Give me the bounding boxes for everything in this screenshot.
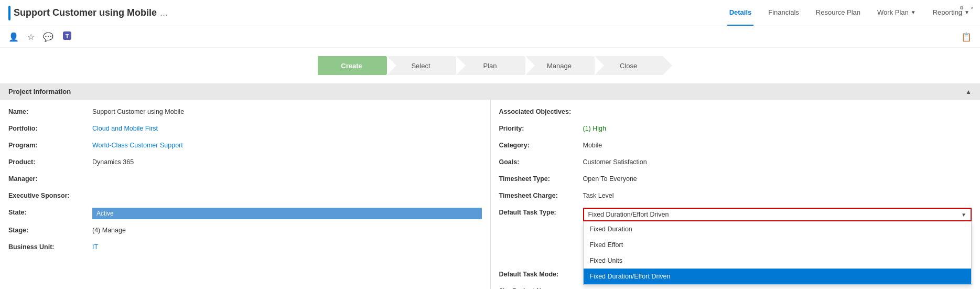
value-category: Mobile	[583, 141, 972, 149]
field-manager: Manager:	[8, 171, 482, 188]
restore-button[interactable]: ⧉	[958, 4, 965, 12]
label-goals: Goals:	[499, 157, 583, 166]
field-stage: Stage: (4) Manage	[8, 222, 482, 239]
favorite-icon[interactable]: ☆	[27, 32, 35, 42]
stage-close[interactable]: Close	[595, 56, 663, 75]
value-manager	[92, 174, 482, 175]
value-timesheet-type: Open To Everyone	[583, 174, 972, 183]
stage-manage[interactable]: Manage	[525, 56, 594, 75]
stage-create[interactable]: Create	[318, 56, 386, 75]
dropdown-option-fixed-effort[interactable]: Fixed Effort	[584, 237, 972, 253]
field-portfolio: Portfolio: Cloud and Mobile First	[8, 121, 482, 137]
label-default-task-mode: Default Task Mode:	[499, 270, 583, 278]
value-product: Dynamics 365	[92, 157, 482, 166]
stage-select-shape[interactable]: Select	[387, 56, 455, 75]
stage-close-shape[interactable]: Close	[595, 56, 663, 75]
close-button[interactable]: ×	[968, 4, 976, 12]
label-name: Name:	[8, 107, 92, 115]
value-goals: Customer Satisfaction	[583, 157, 972, 166]
stage-plan[interactable]: Plan	[456, 56, 524, 75]
value-associated-objectives	[583, 107, 972, 108]
field-business-unit: Business Unit: IT	[8, 239, 482, 256]
app-title: Support Customer using Mobile ...	[8, 6, 168, 20]
stage-manage-shape[interactable]: Manage	[525, 56, 594, 75]
field-goals: Goals: Customer Satisfaction	[499, 154, 972, 171]
label-product: Product:	[8, 157, 92, 166]
person-icon[interactable]: 👤	[8, 32, 19, 42]
value-name: Support Customer using Mobile	[92, 107, 482, 115]
field-associated-objectives: Associated Objectives:	[499, 104, 972, 121]
dropdown-option-fixed-duration[interactable]: Fixed Duration	[584, 221, 972, 237]
field-program: Program: World-Class Customer Support	[8, 137, 482, 154]
field-timesheet-charge: Timesheet Charge: Task Level	[499, 188, 972, 205]
value-executive-sponsor	[92, 191, 482, 192]
dropdown-option-fixed-duration-effort-driven[interactable]: Fixed Duration/Effort Driven	[584, 269, 972, 284]
label-state: State:	[8, 208, 92, 216]
label-timesheet-type: Timesheet Type:	[499, 174, 583, 183]
top-bar: ⧉ × Support Customer using Mobile ... De…	[0, 0, 980, 26]
field-default-task-type: Default Task Type: Fixed Duration/Effort…	[499, 205, 972, 224]
right-column: Associated Objectives: Priority: (1) Hig…	[490, 100, 981, 289]
label-portfolio: Portfolio:	[8, 124, 92, 132]
project-information-form: Name: Support Customer using Mobile Port…	[0, 100, 980, 289]
project-information-header[interactable]: Project Information ▲	[0, 83, 980, 100]
svg-text:T: T	[66, 33, 69, 39]
value-state[interactable]: Active	[92, 208, 482, 219]
window-controls: ⧉ ×	[958, 4, 976, 12]
dropdown-menu: Fixed Duration Fixed Effort Fixed Units …	[583, 221, 972, 285]
value-timesheet-charge: Task Level	[583, 191, 972, 199]
section-collapse-icon: ▲	[965, 88, 972, 95]
default-task-type-dropdown[interactable]: Fixed Duration/Effort Driven ▼ Fixed Dur…	[583, 208, 972, 221]
value-stage: (4) Manage	[92, 226, 482, 234]
label-category: Category:	[499, 141, 583, 149]
nav-financials[interactable]: Financials	[766, 0, 801, 26]
nav-details[interactable]: Details	[727, 0, 754, 26]
label-manager: Manager:	[8, 174, 92, 183]
dropdown-option-fixed-units[interactable]: Fixed Units	[584, 253, 972, 269]
label-default-task-type: Default Task Type:	[499, 208, 583, 216]
dropdown-chevron-icon: ▼	[961, 212, 966, 218]
title-more-button[interactable]: ...	[160, 7, 168, 18]
nav-resource-plan[interactable]: Resource Plan	[814, 0, 863, 26]
field-category: Category: Mobile	[499, 137, 972, 154]
stage-plan-shape[interactable]: Plan	[456, 56, 524, 75]
comment-icon[interactable]: 💬	[43, 32, 53, 42]
value-business-unit[interactable]: IT	[92, 242, 482, 251]
nav-work-plan[interactable]: Work Plan ▼	[875, 0, 918, 26]
work-plan-arrow-icon: ▼	[911, 9, 916, 15]
label-program: Program:	[8, 141, 92, 149]
value-portfolio[interactable]: Cloud and Mobile First	[92, 124, 482, 132]
value-jira-project-names	[583, 286, 972, 287]
label-business-unit: Business Unit:	[8, 242, 92, 251]
label-priority: Priority:	[499, 124, 583, 132]
page-title: Support Customer using Mobile	[14, 7, 157, 18]
left-column: Name: Support Customer using Mobile Port…	[0, 100, 490, 289]
dropdown-current-value: Fixed Duration/Effort Driven	[588, 211, 669, 218]
field-name: Name: Support Customer using Mobile	[8, 104, 482, 121]
value-program[interactable]: World-Class Customer Support	[92, 141, 482, 149]
label-jira-project-names: Jira Project Names:	[499, 286, 583, 289]
label-timesheet-charge: Timesheet Charge:	[499, 191, 583, 199]
teams-icon[interactable]: T	[62, 30, 72, 43]
label-stage: Stage:	[8, 226, 92, 234]
field-executive-sponsor: Executive Sponsor:	[8, 188, 482, 205]
clipboard-icon[interactable]: 📋	[961, 32, 972, 42]
section-title: Project Information	[8, 88, 71, 95]
value-priority: (1) High	[583, 124, 972, 132]
field-product: Product: Dynamics 365	[8, 154, 482, 171]
top-nav: Details Financials Resource Plan Work Pl…	[727, 0, 972, 26]
dropdown-select-button[interactable]: Fixed Duration/Effort Driven ▼	[583, 208, 972, 221]
title-bar-accent	[8, 6, 10, 20]
label-associated-objectives: Associated Objectives:	[499, 107, 583, 115]
action-icons-bar: 👤 ☆ 💬 T 📋	[0, 26, 980, 48]
stage-bar: Create Select Plan Manage Close	[0, 48, 980, 83]
label-executive-sponsor: Executive Sponsor:	[8, 191, 92, 199]
stage-select[interactable]: Select	[387, 56, 455, 75]
field-timesheet-type: Timesheet Type: Open To Everyone	[499, 171, 972, 188]
stage-create-shape[interactable]: Create	[318, 56, 386, 75]
field-state: State: Active	[8, 205, 482, 222]
field-priority: Priority: (1) High	[499, 121, 972, 137]
